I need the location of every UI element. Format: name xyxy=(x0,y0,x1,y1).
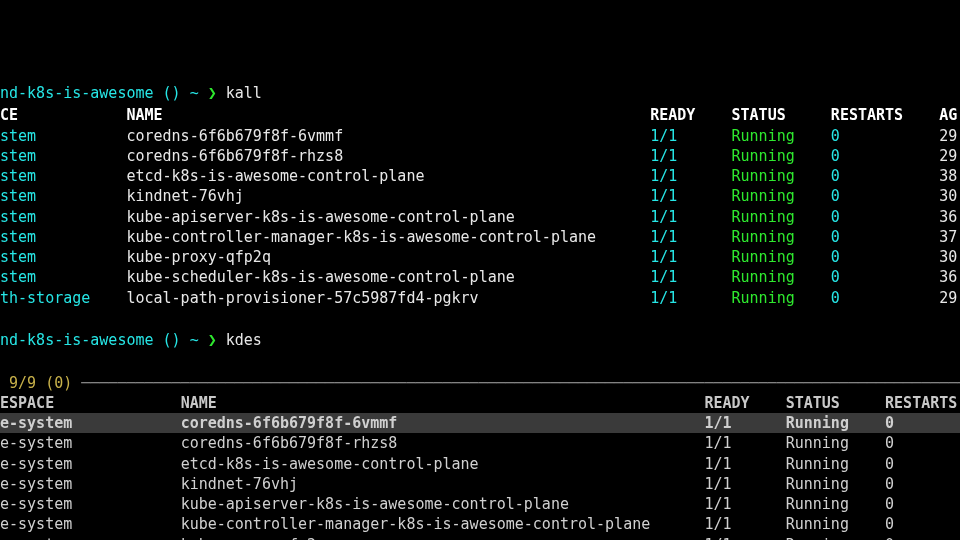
cell-name: kindnet-76vhj xyxy=(181,475,705,493)
cell-restarts: 0 xyxy=(831,167,939,185)
cell-status: Running xyxy=(732,127,831,145)
pods-table-row: stem kube-scheduler-k8s-is-awesome-contr… xyxy=(0,267,960,287)
cell-ready: 1/1 xyxy=(650,289,731,307)
cell-restarts: 0 xyxy=(885,536,894,541)
cell-ready: 1/1 xyxy=(704,414,785,432)
col-status: STATUS xyxy=(732,106,831,124)
pods-table-header: CE NAME READY STATUS RESTARTS AG xyxy=(0,105,960,125)
fzf-row[interactable]: e-system kindnet-76vhj 1/1 Running 0 xyxy=(0,474,960,494)
col-namespace: ESPACE xyxy=(0,394,181,412)
fzf-header: ESPACE NAME READY STATUS RESTARTS xyxy=(0,393,960,413)
cell-namespace: stem xyxy=(0,228,126,246)
cell-ready: 1/1 xyxy=(650,147,731,165)
cell-namespace: th-storage xyxy=(0,289,126,307)
command-input[interactable]: kall xyxy=(226,84,262,102)
cell-status: Running xyxy=(786,414,885,432)
cell-status: Running xyxy=(732,248,831,266)
cell-name: kube-scheduler-k8s-is-awesome-control-pl… xyxy=(126,268,650,286)
cell-age: 29 xyxy=(939,127,957,145)
fzf-row[interactable]: e-system etcd-k8s-is-awesome-control-pla… xyxy=(0,454,960,474)
cell-restarts: 0 xyxy=(885,434,894,452)
col-status: STATUS xyxy=(786,394,885,412)
cell-age: 30 xyxy=(939,187,957,205)
cell-name: kube-apiserver-k8s-is-awesome-control-pl… xyxy=(126,208,650,226)
cell-namespace: stem xyxy=(0,208,126,226)
cell-ready: 1/1 xyxy=(704,515,785,533)
spacer xyxy=(0,352,960,372)
cell-name: coredns-6f6b679f8f-rhzs8 xyxy=(126,147,650,165)
cell-name: kindnet-76vhj xyxy=(126,187,650,205)
cell-ready: 1/1 xyxy=(704,475,785,493)
terminal[interactable]: nd-k8s-is-awesome () ~ ❯ kallCE NAME REA… xyxy=(0,81,960,540)
cell-name: kube-controller-manager-k8s-is-awesome-c… xyxy=(126,228,650,246)
cell-age: 29 xyxy=(939,147,957,165)
pods-table-row: stem kindnet-76vhj 1/1 Running 0 30 xyxy=(0,186,960,206)
cell-status: Running xyxy=(786,495,885,513)
cell-namespace: stem xyxy=(0,248,126,266)
pods-table-row: th-storage local-path-provisioner-57c598… xyxy=(0,288,960,308)
pods-table-row: stem kube-proxy-qfp2q 1/1 Running 0 30 xyxy=(0,247,960,267)
cell-ready: 1/1 xyxy=(650,268,731,286)
cell-age: 38 xyxy=(939,167,957,185)
cell-status: Running xyxy=(732,228,831,246)
cell-restarts: 0 xyxy=(831,268,939,286)
cell-status: Running xyxy=(732,208,831,226)
kube-context: nd-k8s-is-awesome xyxy=(0,331,163,349)
cell-age: 36 xyxy=(939,208,957,226)
cell-restarts: 0 xyxy=(885,475,894,493)
fzf-row[interactable]: e-system kube-controller-manager-k8s-is-… xyxy=(0,514,960,534)
cell-name: kube-apiserver-k8s-is-awesome-control-pl… xyxy=(181,495,705,513)
pods-table-row: stem coredns-6f6b679f8f-rhzs8 1/1 Runnin… xyxy=(0,146,960,166)
cell-namespace: stem xyxy=(0,127,126,145)
cell-ready: 1/1 xyxy=(704,495,785,513)
cell-age: 36 xyxy=(939,268,957,286)
cell-status: Running xyxy=(786,455,885,473)
cell-name: etcd-k8s-is-awesome-control-plane xyxy=(126,167,650,185)
fzf-row-selected[interactable]: e-system coredns-6f6b679f8f-6vmmf 1/1 Ru… xyxy=(0,413,960,433)
pods-table-row: stem kube-controller-manager-k8s-is-awes… xyxy=(0,227,960,247)
fzf-row[interactable]: e-system kube-apiserver-k8s-is-awesome-c… xyxy=(0,494,960,514)
cell-status: Running xyxy=(786,536,885,541)
cell-name: kube-controller-manager-k8s-is-awesome-c… xyxy=(181,515,705,533)
cell-status: Running xyxy=(786,434,885,452)
col-namespace: CE xyxy=(0,106,126,124)
cell-restarts: 0 xyxy=(831,147,939,165)
cell-ready: 1/1 xyxy=(704,434,785,452)
pods-table-row: stem kube-apiserver-k8s-is-awesome-contr… xyxy=(0,207,960,227)
cell-namespace: e-system xyxy=(0,455,181,473)
fzf-row[interactable]: e-system coredns-6f6b679f8f-rhzs8 1/1 Ru… xyxy=(0,433,960,453)
cell-status: Running xyxy=(786,475,885,493)
cell-namespace: e-system xyxy=(0,434,181,452)
cell-namespace: stem xyxy=(0,167,126,185)
cwd: ~ xyxy=(190,331,208,349)
cell-name: kube-proxy-qfp2q xyxy=(126,248,650,266)
cell-restarts: 0 xyxy=(885,455,894,473)
cell-namespace: e-system xyxy=(0,475,181,493)
fzf-row[interactable]: e-system kube-proxy-qfp2q 1/1 Running 0 xyxy=(0,535,960,541)
col-restarts: RESTARTS xyxy=(831,106,939,124)
pods-table-row: stem etcd-k8s-is-awesome-control-plane 1… xyxy=(0,166,960,186)
cell-ready: 1/1 xyxy=(650,248,731,266)
cell-ready: 1/1 xyxy=(650,167,731,185)
cell-status: Running xyxy=(732,289,831,307)
cell-restarts: 0 xyxy=(831,228,939,246)
cell-ready: 1/1 xyxy=(704,455,785,473)
cell-status: Running xyxy=(732,187,831,205)
col-name: NAME xyxy=(181,394,705,412)
cell-ready: 1/1 xyxy=(650,228,731,246)
cell-age: 29 xyxy=(939,289,957,307)
fzf-match-count: 9/9 (0) xyxy=(0,374,72,392)
cell-namespace: e-system xyxy=(0,536,181,541)
pods-table-row: stem coredns-6f6b679f8f-6vmmf 1/1 Runnin… xyxy=(0,126,960,146)
cell-ready: 1/1 xyxy=(650,127,731,145)
command-input[interactable]: kdes xyxy=(226,331,262,349)
prompt-line-2[interactable]: nd-k8s-is-awesome () ~ ❯ kdes xyxy=(0,328,960,352)
spacer xyxy=(0,308,960,328)
cell-age: 37 xyxy=(939,228,957,246)
cell-namespace: stem xyxy=(0,147,126,165)
prompt-line-1[interactable]: nd-k8s-is-awesome () ~ ❯ kall xyxy=(0,81,960,105)
cell-ready: 1/1 xyxy=(704,536,785,541)
cell-namespace: stem xyxy=(0,187,126,205)
cell-restarts: 0 xyxy=(831,127,939,145)
cell-ready: 1/1 xyxy=(650,208,731,226)
